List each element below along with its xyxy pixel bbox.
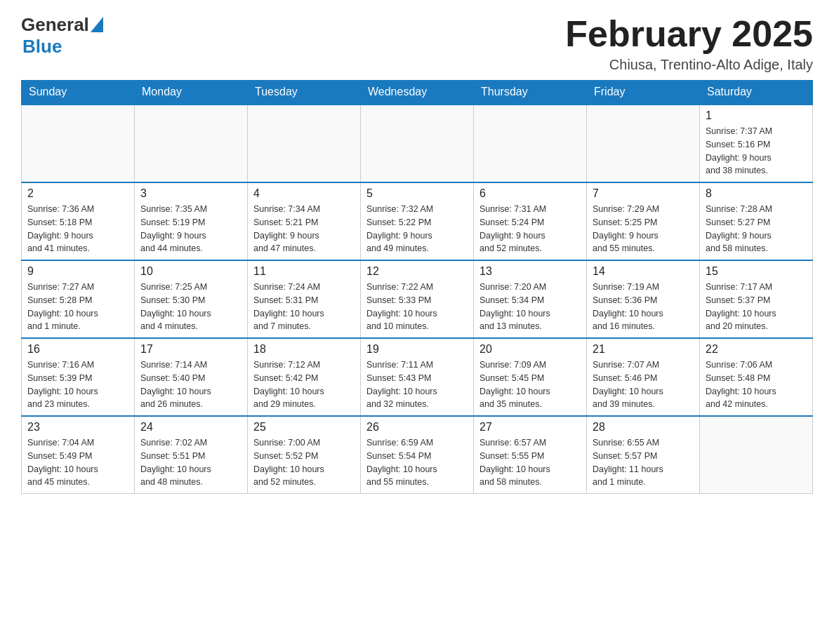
- day-number: 21: [593, 343, 694, 356]
- day-info: Sunrise: 7:36 AM Sunset: 5:18 PM Dayligh…: [27, 203, 128, 255]
- day-info: Sunrise: 7:11 AM Sunset: 5:43 PM Dayligh…: [366, 358, 468, 411]
- day-number: 24: [140, 421, 241, 434]
- day-number: 1: [706, 109, 807, 122]
- calendar-cell: 6Sunrise: 7:31 AM Sunset: 5:24 PM Daylig…: [474, 182, 587, 260]
- day-info: Sunrise: 7:20 AM Sunset: 5:34 PM Dayligh…: [479, 281, 581, 333]
- day-info: Sunrise: 7:25 AM Sunset: 5:30 PM Dayligh…: [140, 281, 241, 333]
- day-number: 11: [253, 265, 355, 278]
- day-number: 28: [593, 421, 694, 434]
- day-number: 19: [366, 343, 468, 356]
- calendar-header-sunday: Sunday: [22, 80, 135, 105]
- calendar-header-friday: Friday: [587, 80, 700, 105]
- day-number: 5: [366, 187, 468, 200]
- calendar-cell: 14Sunrise: 7:19 AM Sunset: 5:36 PM Dayli…: [587, 260, 700, 338]
- calendar-cell: [22, 105, 135, 182]
- day-info: Sunrise: 7:12 AM Sunset: 5:42 PM Dayligh…: [253, 358, 355, 411]
- day-number: 12: [366, 265, 468, 278]
- calendar-cell: [135, 105, 248, 182]
- calendar-header-tuesday: Tuesday: [248, 80, 361, 105]
- day-number: 14: [593, 265, 694, 278]
- day-info: Sunrise: 7:04 AM Sunset: 5:49 PM Dayligh…: [27, 436, 128, 489]
- day-info: Sunrise: 7:07 AM Sunset: 5:46 PM Dayligh…: [593, 358, 694, 411]
- day-info: Sunrise: 6:57 AM Sunset: 5:55 PM Dayligh…: [479, 436, 581, 489]
- day-number: 22: [706, 343, 807, 356]
- day-info: Sunrise: 7:14 AM Sunset: 5:40 PM Dayligh…: [140, 358, 241, 411]
- day-info: Sunrise: 7:37 AM Sunset: 5:16 PM Dayligh…: [706, 125, 807, 177]
- calendar-cell: 10Sunrise: 7:25 AM Sunset: 5:30 PM Dayli…: [135, 260, 248, 338]
- page-header: General Blue February 2025 Chiusa, Trent…: [21, 14, 813, 73]
- day-number: 7: [593, 187, 694, 200]
- month-title: February 2025: [565, 14, 813, 54]
- logo-triangle-icon: [91, 17, 103, 32]
- title-section: February 2025 Chiusa, Trentino-Alto Adig…: [565, 14, 813, 73]
- calendar-cell: 22Sunrise: 7:06 AM Sunset: 5:48 PM Dayli…: [700, 338, 813, 416]
- calendar-cell: 9Sunrise: 7:27 AM Sunset: 5:28 PM Daylig…: [22, 260, 135, 338]
- logo-blue: Blue: [22, 36, 103, 58]
- day-info: Sunrise: 7:02 AM Sunset: 5:51 PM Dayligh…: [140, 436, 241, 489]
- day-info: Sunrise: 7:19 AM Sunset: 5:36 PM Dayligh…: [593, 281, 694, 333]
- calendar-cell: 23Sunrise: 7:04 AM Sunset: 5:49 PM Dayli…: [22, 416, 135, 494]
- svg-marker-0: [91, 17, 103, 32]
- calendar-cell: [474, 105, 587, 182]
- calendar-cell: [700, 416, 813, 494]
- day-info: Sunrise: 7:16 AM Sunset: 5:39 PM Dayligh…: [27, 358, 128, 411]
- day-number: 17: [140, 343, 241, 356]
- calendar-cell: [361, 105, 474, 182]
- day-info: Sunrise: 7:00 AM Sunset: 5:52 PM Dayligh…: [253, 436, 355, 489]
- day-number: 2: [27, 187, 128, 200]
- calendar-cell: 7Sunrise: 7:29 AM Sunset: 5:25 PM Daylig…: [587, 182, 700, 260]
- calendar-header-row: SundayMondayTuesdayWednesdayThursdayFrid…: [22, 80, 813, 105]
- calendar-cell: [248, 105, 361, 182]
- day-number: 23: [27, 421, 128, 434]
- logo: General Blue: [21, 14, 103, 58]
- day-info: Sunrise: 7:32 AM Sunset: 5:22 PM Dayligh…: [366, 203, 468, 255]
- calendar-cell: 16Sunrise: 7:16 AM Sunset: 5:39 PM Dayli…: [22, 338, 135, 416]
- calendar-cell: 1Sunrise: 7:37 AM Sunset: 5:16 PM Daylig…: [700, 105, 813, 182]
- day-info: Sunrise: 6:55 AM Sunset: 5:57 PM Dayligh…: [593, 436, 694, 489]
- calendar-cell: 15Sunrise: 7:17 AM Sunset: 5:37 PM Dayli…: [700, 260, 813, 338]
- day-number: 3: [140, 187, 241, 200]
- day-info: Sunrise: 7:06 AM Sunset: 5:48 PM Dayligh…: [706, 358, 807, 411]
- calendar-cell: 5Sunrise: 7:32 AM Sunset: 5:22 PM Daylig…: [361, 182, 474, 260]
- day-info: Sunrise: 7:35 AM Sunset: 5:19 PM Dayligh…: [140, 203, 241, 255]
- day-info: Sunrise: 6:59 AM Sunset: 5:54 PM Dayligh…: [366, 436, 468, 489]
- day-number: 13: [479, 265, 581, 278]
- calendar-cell: 18Sunrise: 7:12 AM Sunset: 5:42 PM Dayli…: [248, 338, 361, 416]
- day-info: Sunrise: 7:22 AM Sunset: 5:33 PM Dayligh…: [366, 281, 468, 333]
- calendar-cell: 4Sunrise: 7:34 AM Sunset: 5:21 PM Daylig…: [248, 182, 361, 260]
- calendar-table: SundayMondayTuesdayWednesdayThursdayFrid…: [21, 80, 813, 494]
- calendar-cell: 21Sunrise: 7:07 AM Sunset: 5:46 PM Dayli…: [587, 338, 700, 416]
- day-number: 9: [27, 265, 128, 278]
- calendar-header-saturday: Saturday: [700, 80, 813, 105]
- calendar-cell: 17Sunrise: 7:14 AM Sunset: 5:40 PM Dayli…: [135, 338, 248, 416]
- day-number: 27: [479, 421, 581, 434]
- calendar-cell: 20Sunrise: 7:09 AM Sunset: 5:45 PM Dayli…: [474, 338, 587, 416]
- calendar-cell: 28Sunrise: 6:55 AM Sunset: 5:57 PM Dayli…: [587, 416, 700, 494]
- day-number: 10: [140, 265, 241, 278]
- day-number: 20: [479, 343, 581, 356]
- day-info: Sunrise: 7:09 AM Sunset: 5:45 PM Dayligh…: [479, 358, 581, 411]
- day-info: Sunrise: 7:34 AM Sunset: 5:21 PM Dayligh…: [253, 203, 355, 255]
- calendar-header-monday: Monday: [135, 80, 248, 105]
- calendar-header-thursday: Thursday: [474, 80, 587, 105]
- day-info: Sunrise: 7:27 AM Sunset: 5:28 PM Dayligh…: [27, 281, 128, 333]
- logo-general: General: [21, 14, 89, 36]
- day-info: Sunrise: 7:28 AM Sunset: 5:27 PM Dayligh…: [706, 203, 807, 255]
- calendar-week-row: 9Sunrise: 7:27 AM Sunset: 5:28 PM Daylig…: [22, 260, 813, 338]
- calendar-cell: 27Sunrise: 6:57 AM Sunset: 5:55 PM Dayli…: [474, 416, 587, 494]
- day-info: Sunrise: 7:29 AM Sunset: 5:25 PM Dayligh…: [593, 203, 694, 255]
- calendar-week-row: 2Sunrise: 7:36 AM Sunset: 5:18 PM Daylig…: [22, 182, 813, 260]
- day-number: 25: [253, 421, 355, 434]
- calendar-cell: 25Sunrise: 7:00 AM Sunset: 5:52 PM Dayli…: [248, 416, 361, 494]
- location: Chiusa, Trentino-Alto Adige, Italy: [565, 57, 813, 73]
- day-info: Sunrise: 7:17 AM Sunset: 5:37 PM Dayligh…: [706, 281, 807, 333]
- calendar-cell: 11Sunrise: 7:24 AM Sunset: 5:31 PM Dayli…: [248, 260, 361, 338]
- calendar-cell: 3Sunrise: 7:35 AM Sunset: 5:19 PM Daylig…: [135, 182, 248, 260]
- day-number: 15: [706, 265, 807, 278]
- calendar-cell: 13Sunrise: 7:20 AM Sunset: 5:34 PM Dayli…: [474, 260, 587, 338]
- day-number: 6: [479, 187, 581, 200]
- day-number: 16: [27, 343, 128, 356]
- day-number: 4: [253, 187, 355, 200]
- calendar-week-row: 1Sunrise: 7:37 AM Sunset: 5:16 PM Daylig…: [22, 105, 813, 182]
- calendar-week-row: 16Sunrise: 7:16 AM Sunset: 5:39 PM Dayli…: [22, 338, 813, 416]
